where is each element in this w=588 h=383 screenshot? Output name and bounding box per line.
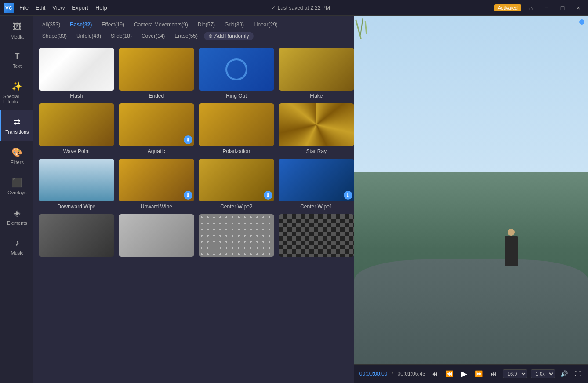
transition-center-wipe2[interactable]: ⬇ Center Wipe2 bbox=[199, 159, 274, 210]
menu-bar: File Edit View Export Help bbox=[19, 4, 107, 11]
filter-tabs-row1: All(353) Base(32) Effect(19) Camera Move… bbox=[39, 20, 348, 29]
sidebar-item-media[interactable]: 🖼 Media bbox=[0, 16, 33, 46]
transition-label-center-wipe1: Center Wipe1 bbox=[300, 204, 332, 210]
filter-unfold[interactable]: Unfold(48) bbox=[73, 32, 105, 40]
filter-all[interactable]: All(353) bbox=[39, 20, 64, 29]
rewind-btn[interactable]: ⏪ bbox=[444, 369, 455, 378]
transition-label-upward-wipe: Upward Wipe bbox=[141, 204, 172, 210]
sidebar-label-elements: Elements bbox=[7, 220, 27, 226]
filter-shape[interactable]: Shape(33) bbox=[39, 32, 70, 40]
transition-row4c[interactable] bbox=[199, 214, 274, 259]
transition-flake[interactable]: Flake bbox=[279, 48, 354, 99]
sidebar-item-elements[interactable]: ◈ Elements bbox=[0, 201, 33, 232]
transition-label-wave-point: Wave Point bbox=[63, 148, 90, 154]
transition-label-center-wipe2: Center Wipe2 bbox=[220, 204, 252, 210]
scene-figure bbox=[505, 236, 518, 266]
overlays-icon: ⬛ bbox=[11, 177, 22, 188]
transitions-grid: Flash Ended Ring Out bbox=[39, 48, 348, 259]
transition-downward-wipe[interactable]: Downward Wipe bbox=[39, 159, 114, 210]
media-icon: 🖼 bbox=[13, 22, 22, 32]
sidebar-item-overlays[interactable]: ⬛ Overlays bbox=[0, 171, 33, 201]
transition-wave-point[interactable]: Wave Point bbox=[39, 103, 114, 154]
transition-aquatic[interactable]: ⬇ Aquatic bbox=[119, 103, 194, 154]
music-icon: ♪ bbox=[15, 238, 19, 248]
maximize-btn[interactable]: □ bbox=[556, 3, 569, 13]
add-randomly-icon: ⊕ bbox=[208, 33, 213, 39]
time-separator: / bbox=[392, 371, 393, 377]
volume-btn[interactable]: 🔊 bbox=[559, 369, 570, 378]
transition-flash[interactable]: Flash bbox=[39, 48, 114, 99]
transition-thumb-row4c bbox=[199, 214, 274, 257]
fast-forward-btn[interactable]: ⏩ bbox=[473, 369, 484, 378]
fullscreen-btn[interactable]: ⛶ bbox=[573, 369, 583, 378]
transition-ring-out[interactable]: Ring Out bbox=[199, 48, 274, 99]
sidebar-item-special-effects[interactable]: ✨ Special Effects bbox=[0, 75, 33, 110]
add-randomly-label: Add Randomly bbox=[214, 33, 249, 39]
menu-file[interactable]: File bbox=[19, 4, 29, 11]
filter-linear[interactable]: Linear(29) bbox=[250, 20, 281, 29]
filter-base[interactable]: Base(32) bbox=[66, 20, 95, 29]
transition-row4a[interactable] bbox=[39, 214, 114, 259]
transition-thumb-upward-wipe: ⬇ bbox=[119, 159, 194, 201]
sidebar-item-transitions[interactable]: ⇄ Transitions bbox=[0, 110, 33, 141]
transition-thumb-center-wipe2: ⬇ bbox=[199, 159, 274, 201]
title-bar-right: Activated ⌂ − □ × bbox=[494, 3, 584, 13]
figure-head bbox=[508, 229, 515, 236]
transition-upward-wipe[interactable]: ⬇ Upward Wipe bbox=[119, 159, 194, 210]
transition-label-ring-out: Ring Out bbox=[226, 93, 247, 99]
left-sidebar: 🖼 Media T Text ✨ Special Effects ⇄ Trans… bbox=[0, 16, 33, 383]
save-status: ✓ Last saved at 2:22 PM bbox=[271, 5, 330, 11]
sidebar-item-filters[interactable]: 🎨 Filters bbox=[0, 141, 33, 171]
sidebar-item-text[interactable]: T Text bbox=[0, 46, 33, 75]
filter-effect[interactable]: Effect(19) bbox=[98, 20, 128, 29]
transition-star-ray[interactable]: Star Ray bbox=[279, 103, 354, 154]
transition-thumb-row4d bbox=[279, 214, 354, 257]
sidebar-label-transitions: Transitions bbox=[5, 129, 29, 135]
transitions-grid-container[interactable]: Flash Ended Ring Out bbox=[33, 44, 354, 383]
sidebar-label-special-effects: Special Effects bbox=[3, 94, 31, 104]
close-btn[interactable]: × bbox=[572, 3, 584, 13]
filter-camera[interactable]: Camera Movements(9) bbox=[131, 20, 192, 29]
menu-edit[interactable]: Edit bbox=[36, 4, 45, 11]
skip-forward-btn[interactable]: ⏭ bbox=[489, 369, 498, 378]
menu-export[interactable]: Export bbox=[72, 4, 88, 11]
transition-label-downward-wipe: Downward Wipe bbox=[57, 204, 95, 210]
menu-view[interactable]: View bbox=[52, 4, 65, 11]
transition-center-wipe1[interactable]: ⬇ Center Wipe1 bbox=[279, 159, 354, 210]
sidebar-label-filters: Filters bbox=[11, 160, 24, 165]
scene-rocks bbox=[354, 259, 588, 364]
player-controls: 00:00:00.00 / 00:01:06.43 ⏮ ⏪ ▶ ⏩ ⏭ 16:9… bbox=[354, 364, 588, 383]
transitions-icon: ⇄ bbox=[13, 117, 21, 127]
filter-slide[interactable]: Slide(18) bbox=[107, 32, 135, 40]
transition-thumb-ring-out bbox=[199, 48, 274, 91]
filter-erase[interactable]: Erase(55) bbox=[171, 32, 201, 40]
transition-thumb-aquatic: ⬇ bbox=[119, 103, 194, 146]
play-btn[interactable]: ▶ bbox=[459, 368, 469, 379]
transition-thumb-downward-wipe bbox=[39, 159, 114, 201]
add-randomly-button[interactable]: ⊕ Add Randomly bbox=[204, 32, 254, 40]
app-logo: VC bbox=[4, 3, 14, 13]
right-panel: 00:00:00.00 / 00:01:06.43 ⏮ ⏪ ▶ ⏩ ⏭ 16:9… bbox=[354, 16, 588, 383]
transition-row4b[interactable] bbox=[119, 214, 194, 259]
filter-cover[interactable]: Cover(14) bbox=[138, 32, 168, 40]
filters-icon: 🎨 bbox=[11, 147, 22, 157]
transition-thumb-row4b bbox=[119, 214, 194, 257]
minimize-btn[interactable]: − bbox=[541, 3, 553, 13]
current-time: 00:00:00.00 bbox=[359, 371, 387, 377]
filter-grid[interactable]: Grid(39) bbox=[221, 20, 247, 29]
transition-polarization[interactable]: Polarization bbox=[199, 103, 274, 154]
sidebar-item-music[interactable]: ♪ Music bbox=[0, 232, 33, 262]
speed-select[interactable]: 1.0x bbox=[531, 369, 555, 378]
filter-dip[interactable]: Dip(57) bbox=[194, 20, 218, 29]
menu-help[interactable]: Help bbox=[95, 4, 107, 11]
transition-row4d[interactable] bbox=[279, 214, 354, 259]
download-badge-center-wipe2: ⬇ bbox=[264, 191, 272, 200]
title-bar-left: VC File Edit View Export Help bbox=[4, 3, 107, 13]
transition-label-aquatic: Aquatic bbox=[148, 148, 165, 154]
skip-back-btn[interactable]: ⏮ bbox=[430, 369, 439, 378]
home-btn[interactable]: ⌂ bbox=[525, 3, 537, 13]
text-icon: T bbox=[15, 52, 19, 61]
transition-thumb-flash bbox=[39, 48, 114, 91]
aspect-ratio-select[interactable]: 16:9 bbox=[503, 369, 527, 378]
transition-ended[interactable]: Ended bbox=[119, 48, 194, 99]
